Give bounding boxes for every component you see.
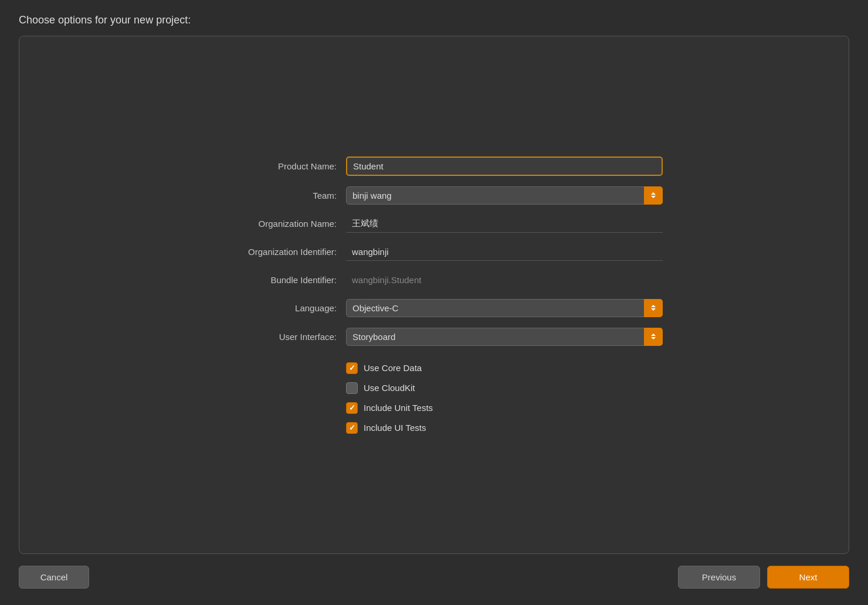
use-cloudkit-checkbox[interactable]: [346, 382, 358, 394]
previous-button[interactable]: Previous: [678, 566, 760, 589]
language-select[interactable]: Objective-C Swift: [346, 299, 663, 317]
team-label: Team:: [205, 191, 346, 200]
include-ui-tests-checkmark: ✓: [349, 423, 355, 432]
team-select-wrapper: binji wang: [346, 186, 663, 205]
product-name-field: [346, 157, 663, 176]
product-name-input[interactable]: [346, 157, 663, 176]
team-row: Team: binji wang: [205, 186, 663, 205]
org-name-input[interactable]: [346, 215, 663, 233]
page-title: Choose options for your new project:: [0, 0, 868, 36]
footer-right: Previous Next: [678, 566, 849, 589]
product-name-row: Product Name:: [205, 157, 663, 176]
include-unit-tests-label: Include Unit Tests: [364, 403, 433, 413]
bundle-identifier-row: Bundle Identifier:: [205, 271, 663, 288]
bundle-identifier-field: [346, 271, 663, 288]
team-field: binji wang: [346, 186, 663, 205]
language-field: Objective-C Swift: [346, 299, 663, 317]
bundle-identifier-label: Bundle Identifier:: [205, 275, 346, 285]
product-name-label: Product Name:: [205, 161, 346, 171]
use-core-data-label: Use Core Data: [364, 363, 422, 373]
language-select-wrapper: Objective-C Swift: [346, 299, 663, 317]
form-container: Product Name: Team: binji wang: [19, 36, 849, 554]
user-interface-select[interactable]: Storyboard SwiftUI: [346, 328, 663, 346]
cancel-button[interactable]: Cancel: [19, 566, 89, 589]
org-identifier-field: [346, 243, 663, 261]
user-interface-select-wrapper: Storyboard SwiftUI: [346, 328, 663, 346]
include-unit-tests-checkbox[interactable]: ✓: [346, 402, 358, 414]
org-identifier-row: Organization Identifier:: [205, 243, 663, 261]
include-ui-tests-label: Include UI Tests: [364, 423, 426, 433]
main-content: Product Name: Team: binji wang: [0, 36, 868, 554]
use-core-data-checkbox[interactable]: ✓: [346, 362, 358, 374]
checkboxes-container: ✓ Use Core Data Use CloudKit ✓ Include U…: [346, 362, 663, 434]
user-interface-row: User Interface: Storyboard SwiftUI: [205, 328, 663, 346]
language-row: Language: Objective-C Swift: [205, 299, 663, 317]
user-interface-label: User Interface:: [205, 332, 346, 342]
include-ui-tests-row: ✓ Include UI Tests: [346, 422, 663, 434]
org-identifier-input[interactable]: [346, 243, 663, 261]
include-unit-tests-row: ✓ Include Unit Tests: [346, 402, 663, 414]
include-ui-tests-checkbox[interactable]: ✓: [346, 422, 358, 434]
use-cloudkit-label: Use CloudKit: [364, 383, 415, 393]
org-name-row: Organization Name:: [205, 215, 663, 233]
language-label: Language:: [205, 303, 346, 313]
next-button[interactable]: Next: [767, 566, 849, 589]
include-unit-tests-checkmark: ✓: [349, 403, 355, 412]
use-cloudkit-row: Use CloudKit: [346, 382, 663, 394]
org-name-field: [346, 215, 663, 233]
org-name-label: Organization Name:: [205, 219, 346, 229]
team-select[interactable]: binji wang: [346, 186, 663, 205]
use-core-data-row: ✓ Use Core Data: [346, 362, 663, 374]
use-core-data-checkmark: ✓: [349, 363, 355, 372]
bundle-identifier-input: [346, 271, 663, 288]
org-identifier-label: Organization Identifier:: [205, 247, 346, 257]
form-inner: Product Name: Team: binji wang: [205, 157, 663, 434]
footer: Cancel Previous Next: [0, 554, 868, 605]
user-interface-field: Storyboard SwiftUI: [346, 328, 663, 346]
